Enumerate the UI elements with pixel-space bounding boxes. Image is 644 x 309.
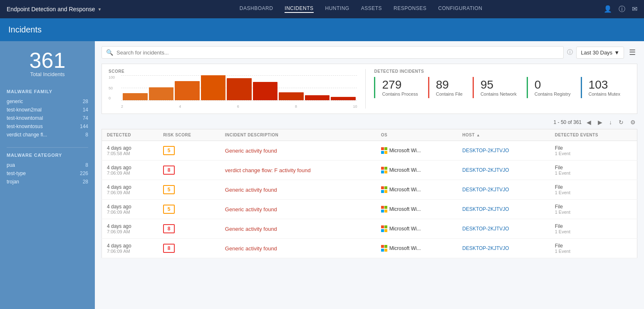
- malware-category-item[interactable]: trojan28: [7, 178, 88, 186]
- host-cell[interactable]: DESKTOP-2KJTVJO: [457, 239, 550, 258]
- search-help-button[interactable]: ⓘ: [567, 49, 573, 56]
- windows-icon: [381, 206, 388, 213]
- nav-link-dashboard[interactable]: DASHBOARD: [240, 5, 273, 13]
- event-count: 1 Event: [555, 210, 632, 215]
- date-filter-label: Last 30 Days: [581, 49, 612, 56]
- settings-button[interactable]: ⚙: [629, 118, 637, 126]
- col-header-host[interactable]: HOST▲: [457, 129, 550, 141]
- host-cell[interactable]: DESKTOP-2KJTVJO: [457, 219, 550, 239]
- host-cell[interactable]: DESKTOP-2KJTVJO: [457, 180, 550, 200]
- incident-date: 4 days ago: [107, 145, 153, 151]
- app-brand[interactable]: Endpoint Detection and Response ▼: [7, 6, 102, 12]
- description-cell[interactable]: Generic activity found: [220, 141, 376, 161]
- host-link[interactable]: DESKTOP-2KJTVJO: [462, 187, 509, 193]
- nav-link-incidents[interactable]: INCIDENTS: [285, 5, 313, 13]
- event-count: 1 Event: [555, 229, 632, 234]
- malware-family-item[interactable]: generic28: [7, 97, 88, 106]
- col-header-detected: DETECTED: [102, 129, 159, 141]
- host-link[interactable]: DESKTOP-2KJTVJO: [462, 167, 509, 173]
- nav-link-assets[interactable]: ASSETS: [361, 5, 382, 13]
- host-cell[interactable]: DESKTOP-2KJTVJO: [457, 161, 550, 180]
- download-button[interactable]: ↓: [607, 118, 614, 126]
- incident-link[interactable]: Generic activity found: [225, 187, 277, 193]
- malware-category-list: pua8test-type226trojan28: [7, 161, 88, 186]
- incident-date: 4 days ago: [107, 204, 153, 210]
- chart-bar-0: [123, 93, 148, 100]
- risk-score-cell: 5: [158, 200, 220, 219]
- os-cell: Microsoft Wi...: [376, 161, 458, 180]
- malware-family-item[interactable]: test-knowntomal74: [7, 114, 88, 122]
- events-cell: File 1 Event: [550, 219, 637, 239]
- mail-icon[interactable]: ✉: [632, 5, 637, 14]
- refresh-button[interactable]: ↻: [617, 118, 625, 126]
- incident-time: 7:06:09 AM: [107, 190, 153, 195]
- sidebar-divider: [7, 147, 88, 148]
- risk-score-badge: 8: [163, 224, 175, 233]
- filter-name: test-type: [7, 171, 26, 176]
- description-cell[interactable]: Generic activity found: [220, 180, 376, 200]
- sidebar: 361 Total Incidents MALWARE FAMILY gener…: [0, 41, 95, 309]
- malware-category-item[interactable]: pua8: [7, 161, 88, 169]
- incident-link[interactable]: Generic activity found: [225, 226, 277, 232]
- events-cell: File 1 Event: [550, 161, 637, 180]
- host-link[interactable]: DESKTOP-2KJTVJO: [462, 245, 509, 251]
- menu-icon-button[interactable]: ☰: [627, 46, 637, 59]
- description-cell[interactable]: Generic activity found: [220, 200, 376, 219]
- malware-family-item[interactable]: verdict change fl...8: [7, 131, 88, 139]
- table-row[interactable]: 4 days ago 7:06:09 AM 8 Generic activity…: [102, 239, 637, 258]
- description-cell[interactable]: verdict change flow: F activity found: [220, 161, 376, 180]
- user-icon[interactable]: 👤: [604, 5, 612, 14]
- sort-icon: ▲: [476, 133, 480, 137]
- risk-score-cell: 5: [158, 180, 220, 200]
- content-area: 🔍 ⓘ Last 30 Days ▼ ☰ SCORE: [95, 41, 644, 309]
- filter-name: test-knowntosus: [7, 124, 43, 129]
- filter-name: test-known2mal: [7, 107, 42, 113]
- filter-name: trojan: [7, 179, 19, 185]
- host-link[interactable]: DESKTOP-2KJTVJO: [462, 226, 509, 232]
- chart-bar-1: [149, 87, 174, 100]
- date-filter-dropdown[interactable]: Last 30 Days ▼: [576, 47, 624, 59]
- stat-item-0: 279 Contains Process: [374, 77, 428, 98]
- host-link[interactable]: DESKTOP-2KJTVJO: [462, 148, 509, 153]
- windows-icon: [381, 167, 388, 173]
- host-link[interactable]: DESKTOP-2KJTVJO: [462, 206, 509, 212]
- search-input[interactable]: [116, 49, 559, 56]
- event-count: 1 Event: [555, 249, 632, 254]
- stat-item-4: 103 Contains Mutex: [581, 77, 630, 98]
- incident-link[interactable]: Generic activity found: [225, 148, 277, 154]
- chart-area: 100 50 0 2 4 6 8 10: [109, 75, 357, 109]
- table-row[interactable]: 4 days ago 7:06:09 AM 8 Generic activity…: [102, 219, 637, 239]
- table-head: DETECTEDRISK SCOREINCIDENT DESCRIPTIONOS…: [102, 129, 637, 141]
- detected-cell: 4 days ago 7:06:09 AM: [102, 200, 159, 219]
- os-label: Microsoft Wi...: [389, 226, 421, 232]
- table-row[interactable]: 4 days ago 7:06:09 AM 5 Generic activity…: [102, 200, 637, 219]
- stat-item-3: 0 Contains Registry: [527, 77, 581, 98]
- filter-name: generic: [7, 99, 23, 104]
- description-cell[interactable]: Generic activity found: [220, 219, 376, 239]
- next-page-button[interactable]: ▶: [596, 118, 604, 126]
- os-cell: Microsoft Wi...: [376, 180, 458, 200]
- malware-category-item[interactable]: test-type226: [7, 169, 88, 178]
- event-type: File: [555, 145, 632, 151]
- main-layout: 361 Total Incidents MALWARE FAMILY gener…: [0, 41, 644, 309]
- col-header-risk-score: RISK SCORE: [158, 129, 220, 141]
- os-cell: Microsoft Wi...: [376, 219, 458, 239]
- incident-link[interactable]: Generic activity found: [225, 206, 277, 213]
- nav-link-hunting[interactable]: HUNTING: [325, 5, 349, 13]
- host-cell[interactable]: DESKTOP-2KJTVJO: [457, 200, 550, 219]
- table-row[interactable]: 4 days ago 7:05:58 AM 5 Generic activity…: [102, 141, 637, 161]
- malware-family-item[interactable]: test-knowntosus144: [7, 122, 88, 131]
- incident-link[interactable]: verdict change flow: F activity found: [225, 167, 311, 173]
- table-row[interactable]: 4 days ago 7:06:09 AM 8 verdict change f…: [102, 161, 637, 180]
- help-icon[interactable]: ⓘ: [619, 5, 625, 14]
- nav-link-configuration[interactable]: CONFIGURATION: [438, 5, 482, 13]
- incident-link[interactable]: Generic activity found: [225, 245, 277, 252]
- table-row[interactable]: 4 days ago 7:06:09 AM 5 Generic activity…: [102, 180, 637, 200]
- description-cell[interactable]: Generic activity found: [220, 239, 376, 258]
- malware-family-item[interactable]: test-known2mal14: [7, 106, 88, 114]
- nav-link-responses[interactable]: RESPONSES: [394, 5, 426, 13]
- stat-item-1: 89 Contains File: [428, 77, 473, 98]
- search-input-wrapper[interactable]: 🔍: [102, 46, 564, 59]
- prev-page-button[interactable]: ◀: [585, 118, 593, 126]
- host-cell[interactable]: DESKTOP-2KJTVJO: [457, 141, 550, 161]
